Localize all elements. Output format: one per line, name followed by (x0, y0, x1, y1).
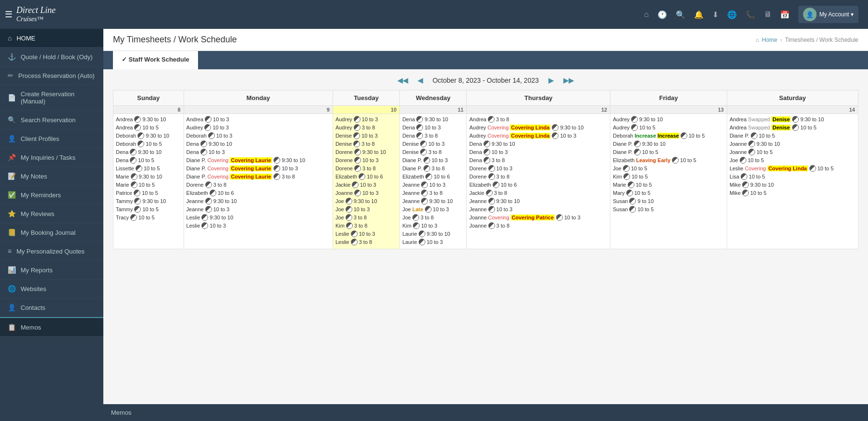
staff-entry: Diane P. Covering Covering Laurie 3 to 8 (186, 173, 330, 180)
notification-icon[interactable]: 🔔 (694, 10, 704, 19)
staff-entry: Audrey 9:30 to 10 (613, 116, 724, 123)
sidebar-item-quotes[interactable]: ≡ My Personalized Quotes (0, 242, 103, 261)
account-button[interactable]: 👤 My Account ▾ (798, 6, 858, 23)
col-saturday: Saturday (727, 90, 858, 106)
sidebar-item-label: Process Reservation (Auto) (18, 72, 95, 79)
staff-entry: Dena 3 to 8 (469, 157, 608, 164)
staff-entry: Audrey 10 to 3 (186, 124, 330, 131)
sidebar-item-reminders[interactable]: ✅ My Reminders (0, 186, 103, 204)
clock-icon (416, 124, 423, 131)
book-icon: 📒 (8, 229, 16, 236)
page-header: My Timesheets / Work Schedule ⌂ Home › T… (103, 29, 868, 51)
clock-icon (273, 157, 280, 164)
sidebar-item-notes[interactable]: 📝 My Notes (0, 167, 103, 186)
sidebar-item-reviews[interactable]: ⭐ My Reviews (0, 204, 103, 223)
clock-icon (354, 165, 361, 172)
sidebar-item-home[interactable]: ⌂ HOME (0, 29, 103, 48)
calendar-icon[interactable]: 📅 (780, 10, 790, 19)
clock-icon (425, 173, 432, 180)
tab-label: ✓ Staff Work Schedule (122, 56, 189, 63)
sidebar: ⌂ HOME ⚓ Quote / Hold / Book (Ody) ✏ Pro… (0, 29, 103, 421)
prev-arrow[interactable]: ◀ (418, 77, 423, 84)
pin-icon: 📌 (8, 153, 16, 161)
memos-label: Memos (111, 409, 132, 416)
hamburger-icon[interactable]: ☰ (5, 9, 12, 20)
home-icon[interactable]: ⌂ (644, 10, 649, 19)
sidebar-item-process[interactable]: ✏ Process Reservation (Auto) (0, 66, 103, 85)
staff-entry: Denise 3 to 8 (335, 140, 397, 147)
col-thursday: Thursday (467, 90, 610, 106)
staff-entry: Jackie 3 to 8 (469, 190, 608, 196)
clock-icon (751, 132, 757, 139)
clock-icon (484, 149, 490, 155)
next-arrow[interactable]: ▶ (548, 77, 554, 84)
tab-staff-work-schedule[interactable]: ✓ Staff Work Schedule (113, 51, 198, 69)
clock-icon (423, 165, 430, 172)
sidebar-item-label: HOME (16, 35, 35, 42)
staff-entry: Dena 10 to 3 (469, 149, 608, 155)
staff-entry: Audrey 3 to 8 (335, 124, 397, 131)
clock-icon (134, 206, 141, 213)
breadcrumb-home[interactable]: Home (762, 37, 777, 43)
staff-entry: Dena 9:30 to 10 (469, 140, 608, 147)
monitor-icon[interactable]: 🖥 (764, 10, 771, 19)
breadcrumb: ⌂ Home › Timesheets / Work Schedule (756, 37, 858, 43)
schedule-area: ◀◀ ◀ October 8, 2023 - October 14, 2023 … (103, 69, 868, 404)
sidebar-item-journal[interactable]: 📒 My Booking Journal (0, 223, 103, 242)
prev-prev-arrow[interactable]: ◀◀ (397, 77, 408, 84)
clock-icon (420, 140, 427, 147)
sidebar-item-inquiries[interactable]: 📌 My Inquiries / Tasks (0, 148, 103, 167)
date-monday: 9 (184, 106, 333, 114)
sidebar-item-memos[interactable]: 📋 Memos (0, 317, 103, 337)
sidebar-item-websites[interactable]: 🌐 Websites (0, 280, 103, 298)
clock-icon (131, 181, 137, 188)
staff-entry: Diane P. 9:30 to 10 (613, 140, 724, 147)
week-label: October 8, 2023 - October 14, 2023 (433, 77, 539, 84)
clock-icon (130, 149, 136, 155)
staff-entry: Joanne 10 to 3 (335, 190, 397, 196)
clock-icon (354, 149, 361, 155)
clock-icon (628, 181, 634, 188)
search-icon[interactable]: 🔍 (676, 10, 685, 19)
staff-entry: Kim 10 to 3 (402, 222, 464, 229)
clock-icon (416, 116, 423, 123)
clock-icon (204, 124, 211, 131)
clock-icon[interactable]: 🕐 (657, 10, 667, 19)
staff-entry: Joe 10 to 5 (613, 165, 724, 172)
staff-entry: Dena 3 to 8 (402, 132, 464, 139)
next-next-arrow[interactable]: ▶▶ (563, 77, 574, 84)
sunday-cell: Andrea 9:30 to 10 Andrea 10 to 5 Deborah (113, 114, 184, 249)
staff-entry: Andrea 10 to 5 (116, 124, 181, 131)
clock-icon (623, 165, 630, 172)
staff-entry: Joanne 3 to 8 (469, 222, 608, 229)
sidebar-item-label: My Personalized Quotes (16, 248, 85, 255)
globe-icon[interactable]: 🌐 (727, 10, 737, 19)
clock-icon (134, 116, 141, 123)
sidebar-item-client[interactable]: 👤 Client Profiles (0, 129, 103, 148)
staff-entry: Marie 10 to 5 (116, 181, 181, 188)
top-nav-icons: ⌂ 🕐 🔍 🔔 ⬇ 🌐 📞 🖥 📅 👤 My Account ▾ (106, 6, 863, 23)
sidebar-item-create[interactable]: 📄 Create Reservation (Manual) (0, 85, 103, 111)
memo-icon: 📋 (8, 323, 16, 331)
sidebar-item-reports[interactable]: 📊 My Reports (0, 261, 103, 280)
clock-icon (205, 206, 212, 213)
staff-entry: Denise 3 to 8 (402, 149, 464, 155)
clock-icon (425, 206, 432, 213)
clock-icon (200, 149, 207, 155)
clock-icon (488, 198, 495, 204)
staff-entry: Laurie 9:30 to 10 (402, 230, 464, 237)
sidebar-item-contacts[interactable]: 👤 Contacts (0, 298, 103, 317)
clock-icon (672, 157, 679, 164)
staff-entry: Dorene 10 to 3 (335, 157, 397, 164)
sidebar-item-search[interactable]: 🔍 Search Reservation (0, 111, 103, 129)
staff-entry: Lissette 10 to 5 (116, 165, 181, 172)
clock-icon (748, 149, 755, 155)
staff-entry: Andrea 9:30 to 10 (116, 116, 181, 123)
sidebar-item-label: My Notes (21, 173, 47, 180)
download-icon[interactable]: ⬇ (712, 10, 719, 19)
sidebar-item-label: My Reminders (21, 191, 61, 199)
staff-entry: Jeanne 9:30 to 10 (469, 198, 608, 204)
phone-icon[interactable]: 📞 (745, 10, 755, 19)
clock-icon (623, 173, 630, 180)
sidebar-item-quote[interactable]: ⚓ Quote / Hold / Book (Ody) (0, 48, 103, 66)
